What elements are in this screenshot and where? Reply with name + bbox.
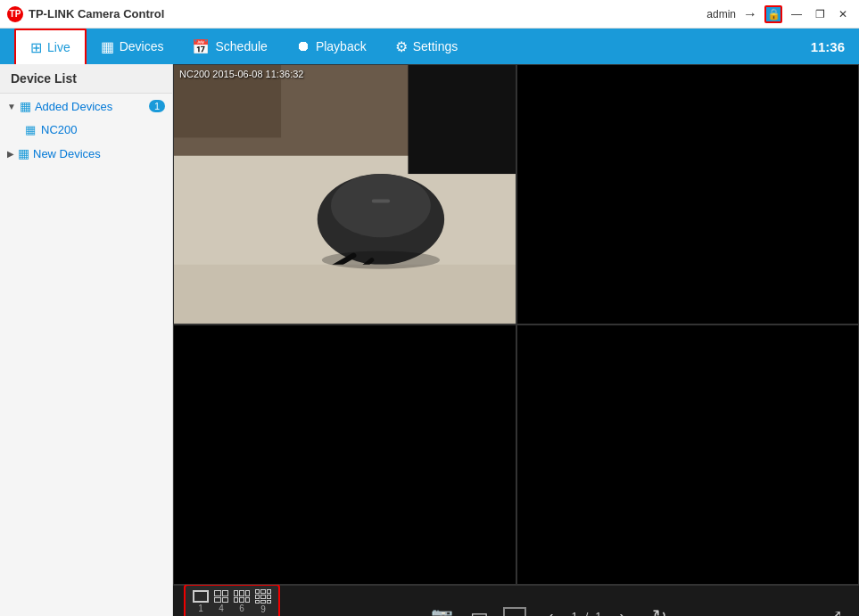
svg-point-6 (322, 251, 440, 269)
title-bar-left: TP TP-LINK Camera Control (7, 6, 164, 22)
video-cell-1[interactable]: NC200 2015-06-08 11:36:32 (173, 64, 516, 324)
layout-9-label: 9 (260, 604, 266, 614)
tab-playback[interactable]: ⏺ Playback (282, 29, 381, 64)
page-current: 1 (571, 610, 577, 616)
live-icon: ⊞ (30, 39, 42, 56)
expand-icon-new: ▶ (7, 149, 14, 159)
expand-icon: ▼ (7, 102, 16, 111)
nav-bar: ⊞ Live ▦ Devices 📅 Schedule ⏺ Playback ⚙… (0, 29, 859, 64)
page-sep: / (585, 610, 589, 616)
page-info: ‹ 1 / 1 › (537, 603, 635, 616)
device-list-title: Device List (0, 64, 172, 94)
layout-options: 1 4 6 (193, 589, 271, 614)
layout-6-icon (234, 590, 250, 603)
video-cell-4[interactable] (516, 324, 860, 585)
settings-icon: ⚙ (395, 38, 408, 55)
username-label: admin (706, 8, 736, 21)
main-content: Device List ▼ ▦ Added Devices 1 ▦ NC200 … (0, 64, 859, 616)
playback-icon: ⏺ (296, 38, 310, 54)
app-logo: TP (7, 6, 23, 22)
svg-rect-5 (372, 200, 390, 203)
layout-6-option[interactable]: 6 (234, 590, 250, 613)
devices-icon: ▦ (101, 38, 114, 55)
layout-1-icon (193, 590, 209, 603)
next-page-button[interactable]: › (609, 603, 636, 616)
fullscreen-button[interactable]: ⤢ (822, 603, 848, 616)
title-bar: TP TP-LINK Camera Control admin → 🔒 — ❐ … (0, 0, 859, 29)
layout-9-option[interactable]: 9 (255, 589, 271, 614)
tab-devices-label: Devices (120, 39, 164, 53)
sidebar-group-new: ▶ ▦ New Devices (0, 141, 172, 166)
tab-live[interactable]: ⊞ Live (14, 29, 87, 64)
layout-4-label: 4 (219, 604, 224, 613)
page-total: 1 (595, 610, 601, 616)
record-button[interactable]: ▭ (466, 603, 492, 616)
device-icon: ▦ (25, 123, 36, 136)
clock-display: 11:36 (811, 39, 845, 54)
sidebar: Device List ▼ ▦ Added Devices 1 ▦ NC200 … (0, 64, 173, 616)
video-cell-1-label: NC200 2015-06-08 11:36:32 (179, 69, 303, 79)
sidebar-group-added: ▼ ▦ Added Devices 1 ▦ NC200 (0, 94, 172, 141)
nav-tabs: ⊞ Live ▦ Devices 📅 Schedule ⏺ Playback ⚙… (14, 29, 472, 64)
lock-button[interactable]: 🔒 (764, 5, 782, 23)
added-devices-label: Added Devices (35, 100, 145, 113)
device-nc200-label: NC200 (41, 123, 77, 136)
layout-4-icon (214, 590, 228, 603)
tab-schedule-label: Schedule (215, 39, 267, 53)
tab-settings-label: Settings (413, 39, 458, 53)
layout-9-icon (255, 589, 271, 604)
sidebar-item-nc200[interactable]: ▦ NC200 (0, 119, 172, 141)
layout-4-option[interactable]: 4 (214, 590, 228, 613)
schedule-icon: 📅 (192, 38, 210, 55)
prev-page-button[interactable]: ‹ (537, 603, 564, 616)
maximize-button[interactable]: ❐ (811, 5, 829, 23)
svg-point-3 (331, 174, 431, 237)
new-devices-group-header[interactable]: ▶ ▦ New Devices (0, 141, 172, 166)
bottom-toolbar: 1 4 6 (173, 585, 859, 616)
video-area: NC200 2015-06-08 11:36:32 (173, 64, 859, 616)
layout-6-label: 6 (239, 604, 244, 613)
video-grid: NC200 2015-06-08 11:36:32 (173, 64, 859, 585)
tab-playback-label: Playback (316, 39, 367, 53)
svg-rect-4 (174, 265, 516, 324)
layout-1-label: 1 (198, 604, 203, 613)
video-cell-3[interactable] (173, 324, 516, 585)
bottom-controls: 📷 ▭ ‹ 1 / 1 › ↻ (289, 603, 813, 616)
view-button[interactable] (503, 607, 526, 616)
title-bar-controls: admin → 🔒 — ❐ ✕ (706, 5, 852, 23)
screenshot-button[interactable]: 📷 (428, 603, 455, 616)
tab-live-label: Live (47, 40, 70, 54)
added-devices-icon: ▦ (20, 99, 31, 113)
tab-devices[interactable]: ▦ Devices (87, 29, 178, 64)
app-title: TP-LINK Camera Control (29, 7, 164, 21)
tab-schedule[interactable]: 📅 Schedule (178, 29, 281, 64)
tab-settings[interactable]: ⚙ Settings (381, 29, 473, 64)
new-devices-label: New Devices (33, 147, 165, 160)
new-devices-icon: ▦ (18, 146, 29, 160)
added-devices-group-header[interactable]: ▼ ▦ Added Devices 1 (0, 94, 172, 119)
video-cell-2[interactable] (516, 64, 860, 324)
layout-1-option[interactable]: 1 (193, 590, 209, 613)
layout-selector-panel: 1 4 6 (184, 584, 280, 616)
logout-button[interactable]: → (741, 5, 759, 23)
minimize-button[interactable]: — (788, 5, 805, 23)
close-button[interactable]: ✕ (834, 5, 852, 23)
camera-feed-svg (174, 65, 516, 324)
added-devices-badge: 1 (149, 100, 165, 112)
replay-button[interactable]: ↻ (647, 603, 673, 616)
svg-rect-7 (408, 65, 515, 174)
